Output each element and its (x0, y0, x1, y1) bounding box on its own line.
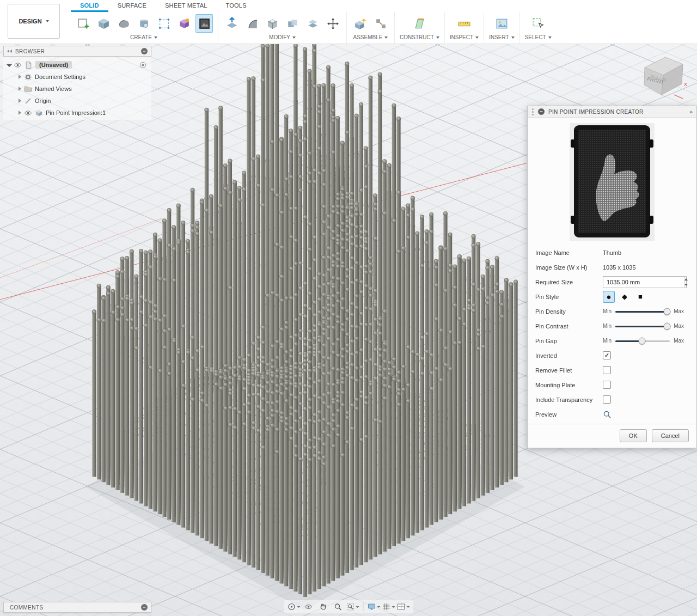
tree-item-label: Document Settings (35, 74, 85, 80)
create-pattern-button[interactable] (155, 14, 173, 33)
create-sweep-button[interactable] (115, 14, 132, 33)
construct-group-label: CONSTRUCT (400, 34, 434, 40)
inspect-dropdown[interactable]: INSPECT (450, 34, 479, 40)
disclosure-icon[interactable] (19, 99, 21, 103)
select-dropdown[interactable]: SELECT (525, 34, 552, 40)
split-body-icon (306, 17, 320, 31)
panel-collapse-icon[interactable]: − (141, 48, 148, 54)
spinner-down-button[interactable] (684, 282, 688, 288)
create-box-button[interactable] (95, 14, 112, 33)
construct-dropdown[interactable]: CONSTRUCT (400, 34, 439, 40)
create-form-button[interactable] (175, 14, 193, 33)
move-copy-button[interactable] (324, 14, 341, 33)
remove-fillet-checkbox[interactable]: ✓ (603, 366, 611, 374)
slider-handle[interactable] (664, 322, 671, 330)
panel-collapse-icon[interactable]: − (141, 604, 148, 611)
dialog-header[interactable]: − PIN POINT IMPRESSION CREATOR » (528, 106, 696, 118)
spinner-up-button[interactable] (684, 277, 688, 282)
assemble-dropdown[interactable]: ASSEMBLE (353, 34, 388, 40)
browser-tree: (Unsaved) Document Settings Named Views … (3, 57, 151, 120)
required-size-input[interactable] (603, 276, 687, 288)
joint-button[interactable] (372, 14, 389, 33)
pin-contrast-slider[interactable] (615, 322, 670, 330)
disclosure-icon[interactable] (19, 87, 21, 91)
pin-density-label: Pin Density (535, 308, 603, 315)
inverted-checkbox[interactable]: ✓ (603, 351, 611, 359)
drag-grip-icon[interactable] (532, 111, 534, 113)
mounting-plate-checkbox[interactable]: ✓ (603, 381, 611, 389)
pin-style-square-option[interactable]: ■ (634, 291, 646, 303)
pin-point-impression-tool-button[interactable] (195, 14, 213, 33)
viewport-layout-button[interactable] (397, 601, 410, 612)
tree-row-origin[interactable]: Origin (3, 95, 151, 107)
tree-row-pin-point-impression[interactable]: Pin Point Impression:1 (3, 107, 151, 119)
look-at-tool-button[interactable] (302, 601, 315, 612)
tree-row-named-views[interactable]: Named Views (3, 83, 151, 95)
min-label: Min (603, 338, 612, 344)
pin-density-slider[interactable] (615, 308, 670, 315)
tab-sheet-metal[interactable]: SHEET METAL (156, 0, 217, 12)
create-revolve-button[interactable] (135, 14, 152, 33)
eye-icon[interactable] (24, 109, 32, 117)
activate-radio-icon[interactable] (139, 61, 147, 69)
include-transparency-checkbox[interactable]: ✓ (603, 395, 611, 404)
disclosure-icon[interactable] (19, 111, 21, 115)
create-dropdown[interactable]: CREATE (130, 34, 157, 40)
construct-plane-button[interactable] (411, 14, 428, 33)
disclosure-icon[interactable] (19, 75, 21, 79)
caret-icon (511, 36, 515, 39)
tree-item-label: Pin Point Impression:1 (46, 109, 106, 116)
view-cube[interactable]: FRONT BOTTOM X (636, 50, 688, 102)
collapse-left-icon[interactable] (7, 50, 9, 53)
fit-view-button[interactable] (346, 601, 359, 612)
pin-style-circle-option[interactable]: ● (603, 291, 615, 303)
display-settings-button[interactable] (368, 601, 381, 612)
pan-tool-button[interactable] (317, 601, 330, 612)
tab-tools[interactable]: TOOLS (217, 0, 256, 12)
shell-button[interactable] (264, 14, 281, 33)
tab-solid[interactable]: SOLID (71, 0, 108, 12)
design-menu-button[interactable]: DESIGN (8, 4, 60, 39)
combine-button[interactable] (284, 14, 301, 33)
caret-icon (392, 606, 395, 608)
spinner-control[interactable] (684, 277, 688, 288)
document-root-label[interactable]: (Unsaved) (35, 61, 72, 69)
insert-canvas-button[interactable] (493, 14, 510, 33)
select-button[interactable] (529, 14, 547, 33)
create-sketch-button[interactable] (75, 14, 92, 33)
tab-surface[interactable]: SURFACE (108, 0, 156, 12)
grid-layout-button[interactable] (382, 601, 395, 612)
pin-gap-slider[interactable] (615, 337, 670, 345)
dialog-collapse-icon[interactable]: − (538, 108, 545, 115)
comments-header[interactable]: COMMENTS − (3, 602, 151, 613)
required-size-field[interactable] (603, 277, 684, 288)
cancel-button[interactable]: Cancel (652, 429, 689, 442)
insert-dropdown[interactable]: INSERT (489, 34, 515, 40)
press-pull-button[interactable] (223, 14, 241, 33)
slider-handle[interactable] (664, 308, 671, 315)
eye-icon[interactable] (14, 61, 22, 69)
slider-handle[interactable] (639, 337, 646, 344)
press-pull-icon (224, 16, 240, 31)
ok-button[interactable]: OK (620, 429, 647, 442)
tree-row-document-settings[interactable]: Document Settings (3, 71, 151, 83)
check-icon: ✓ (604, 352, 609, 359)
orbit-tool-button[interactable] (288, 601, 301, 612)
browser-header[interactable]: BROWSER − (3, 46, 151, 57)
tree-row-root[interactable]: (Unsaved) (3, 59, 151, 71)
preview-magnifier-icon[interactable] (603, 410, 612, 419)
toolbar-group-select: SELECT (520, 12, 557, 44)
fillet-button[interactable] (243, 14, 261, 33)
disclosure-open-icon[interactable] (7, 64, 12, 67)
pin-style-diamond-option[interactable]: ◆ (619, 291, 631, 303)
modify-dropdown[interactable]: MODIFY (269, 34, 296, 40)
zoom-tool-button[interactable] (332, 601, 345, 612)
split-body-button[interactable] (304, 14, 321, 33)
new-component-button[interactable] (352, 14, 369, 33)
dialog-expand-icon[interactable]: » (689, 108, 693, 115)
measure-button[interactable] (455, 14, 473, 33)
orbit-icon (288, 602, 296, 611)
3d-viewport[interactable]: FRONT BOTTOM X BROWSER − (Unsaved) (0, 44, 697, 616)
hidden-slash-icon[interactable] (24, 97, 32, 105)
collapse-left-icon[interactable] (10, 50, 12, 53)
